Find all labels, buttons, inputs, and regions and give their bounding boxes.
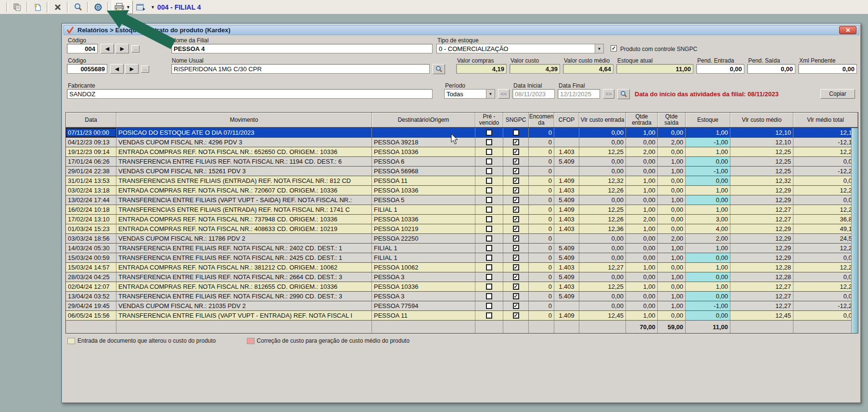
- cell-encomenda[interactable]: 0: [529, 292, 554, 301]
- cell-qtde-saida[interactable]: 1,00: [658, 157, 686, 167]
- cell-estoque[interactable]: 0,00: [686, 253, 730, 263]
- table-row[interactable]: 29/04/24 19:45VENDAS CUPOM FISCAL NR.: 2…: [66, 301, 858, 311]
- cell-pre-vencido[interactable]: [475, 292, 503, 301]
- cell-destinatario[interactable]: PESSOA 3: [372, 272, 475, 282]
- cell-cfop[interactable]: 5.409: [554, 272, 579, 282]
- cell-pre-vencido[interactable]: [475, 282, 503, 292]
- sngpc-checkbox[interactable]: [513, 139, 519, 145]
- cell-estoque[interactable]: 1,00: [686, 128, 730, 138]
- column-header-vlr-custo-entrada[interactable]: Vlr custo entrada: [579, 113, 626, 127]
- cell-destinatario[interactable]: [372, 128, 475, 138]
- cell-destinatario[interactable]: FILIAL 1: [372, 253, 475, 263]
- cell-cfop[interactable]: 5.409: [554, 253, 579, 263]
- cell-pre-vencido[interactable]: [475, 263, 503, 272]
- cell-vlr-medio-total[interactable]: 49,16: [793, 224, 858, 234]
- cell-destinatario[interactable]: FILIAL 1: [372, 205, 475, 215]
- cell-vlr-medio-total[interactable]: 36,81: [793, 215, 858, 224]
- data-final-input[interactable]: 12/12/2025: [558, 89, 600, 99]
- cell-vlr-medio-total[interactable]: 0,00: [793, 195, 858, 205]
- cell-estoque[interactable]: 0,00: [686, 311, 730, 321]
- cell-vlr-custo-medio[interactable]: 12,29: [730, 224, 793, 234]
- cell-estoque[interactable]: 1,00: [686, 205, 730, 215]
- cell-estoque[interactable]: 1,00: [686, 186, 730, 195]
- cell-vlr-custo-entrada[interactable]: 0,00: [579, 157, 626, 167]
- stock-type-select[interactable]: 0 - COMERCIALIZAÇÃO ▼: [436, 44, 604, 53]
- pre-vencido-checkbox[interactable]: [486, 264, 492, 270]
- cell-pre-vencido[interactable]: [475, 205, 503, 215]
- cell-qtde-entrada[interactable]: 0,00: [626, 157, 658, 167]
- cell-cfop[interactable]: 5.409: [554, 292, 579, 301]
- sngpc-checkbox[interactable]: [513, 158, 519, 165]
- cell-vlr-custo-entrada[interactable]: 0,00: [579, 195, 626, 205]
- table-row[interactable]: 04/12/23 09:13VENDAS CUPOM FISCAL NR.: 4…: [66, 138, 858, 147]
- cell-vlr-custo-entrada[interactable]: 0,00: [579, 128, 626, 138]
- cell-pre-vencido[interactable]: [475, 157, 503, 167]
- cell-pre-vencido[interactable]: [475, 272, 503, 282]
- cell-vlr-custo-medio[interactable]: 12,29: [730, 195, 793, 205]
- search-button[interactable]: [71, 1, 85, 13]
- cell-data[interactable]: 13/02/24 17:44: [66, 195, 116, 205]
- cell-destinatario[interactable]: PESSOA 10336: [372, 215, 475, 224]
- cell-movimento[interactable]: VENDAS CUPOM FISCAL NR.: 15261 PDV 3: [116, 167, 372, 176]
- cell-estoque[interactable]: 1,00: [686, 244, 730, 253]
- cell-vlr-medio-total[interactable]: 12,25: [793, 147, 858, 157]
- cell-pre-vencido[interactable]: [475, 224, 503, 234]
- sngpc-checkbox[interactable]: [513, 283, 519, 290]
- cell-destinatario[interactable]: PESSOA 5: [372, 195, 475, 205]
- cell-qtde-saida[interactable]: 0,00: [658, 128, 686, 138]
- cell-destinatario[interactable]: PESSOA 10219: [372, 224, 475, 234]
- cell-vlr-medio-total[interactable]: 12,28: [793, 263, 858, 272]
- cell-movimento[interactable]: TRANSFERENCIA ENTRE FILIAIS REF. NOTA FI…: [116, 244, 372, 253]
- product-browse-button[interactable]: ...: [141, 65, 149, 73]
- pre-vencido-checkbox[interactable]: [486, 216, 492, 222]
- sngpc-control-checkbox[interactable]: [611, 45, 617, 52]
- cell-movimento[interactable]: ENTRADA COMPRAS REF. NOTA FISCAL NR.: 81…: [116, 282, 372, 292]
- cell-vlr-custo-medio[interactable]: 12,27: [730, 205, 793, 215]
- table-row[interactable]: 13/02/24 17:44TRANSFERENCIA ENTRE FILIAI…: [66, 195, 858, 205]
- cell-movimento[interactable]: TRANSFERENCIAS ENTRE FILIAIS (ENTRADA) R…: [116, 176, 372, 186]
- cell-movimento[interactable]: ENTRADA COMPRAS REF. NOTA FISCAL NR.: 73…: [116, 215, 372, 224]
- cell-data[interactable]: 03/02/24 13:18: [66, 186, 116, 195]
- copiar-button[interactable]: Copiar: [820, 89, 855, 99]
- cell-vlr-custo-entrada[interactable]: 12,25: [579, 147, 626, 157]
- cell-estoque[interactable]: -1,00: [686, 301, 730, 311]
- cell-destinatario[interactable]: PESSOA 10336: [372, 147, 475, 157]
- period-next-button[interactable]: >>: [603, 89, 614, 99]
- cell-vlr-custo-medio[interactable]: 12,10: [730, 138, 793, 147]
- cell-movimento[interactable]: POSICAO DO ESTOQUE ATE O DIA 07/11/2023: [116, 128, 372, 138]
- cell-qtde-saida[interactable]: 2,00: [658, 138, 686, 147]
- report-grid-button[interactable]: [133, 1, 149, 13]
- column-header-qtde-saida[interactable]: Qtde saída: [658, 113, 686, 127]
- cell-destinatario[interactable]: PESSOA 10336: [372, 282, 475, 292]
- cell-estoque[interactable]: 0,00: [686, 292, 730, 301]
- cell-data[interactable]: 13/04/24 03:52: [66, 292, 116, 301]
- cell-data[interactable]: 04/12/23 09:13: [66, 138, 116, 147]
- cell-vlr-custo-medio[interactable]: 12,29: [730, 244, 793, 253]
- cell-estoque[interactable]: 1,00: [686, 147, 730, 157]
- cell-encomenda[interactable]: 0: [529, 167, 554, 176]
- pre-vencido-checkbox[interactable]: [486, 149, 492, 155]
- cell-encomenda[interactable]: 0: [529, 205, 554, 215]
- sngpc-checkbox[interactable]: [513, 206, 519, 213]
- cell-pre-vencido[interactable]: [475, 186, 503, 195]
- cell-data[interactable]: 07/11/23 00:00: [66, 128, 116, 138]
- cell-qtde-saida[interactable]: 0,00: [658, 215, 686, 224]
- cell-qtde-entrada[interactable]: 1,00: [626, 205, 658, 215]
- data-inicial-input[interactable]: 08/11/2023: [512, 89, 555, 99]
- cell-estoque[interactable]: 1,00: [686, 282, 730, 292]
- cell-vlr-medio-total[interactable]: 12,27: [793, 282, 858, 292]
- cell-pre-vencido[interactable]: [475, 215, 503, 224]
- cell-sngpc[interactable]: [503, 282, 529, 292]
- window-titlebar[interactable]: Relatórios > Estoque > Extrato do produt…: [64, 25, 859, 35]
- cell-qtde-entrada[interactable]: 1,00: [626, 128, 658, 138]
- cell-sngpc[interactable]: [503, 292, 529, 301]
- cell-vlr-custo-entrada[interactable]: 12,25: [579, 282, 626, 292]
- cell-cfop[interactable]: [554, 301, 579, 311]
- table-row[interactable]: 17/01/24 06:26TRANSFERENCIA ENTRE FILIAI…: [66, 157, 858, 167]
- pre-vencido-checkbox[interactable]: [486, 293, 492, 299]
- product-search-button[interactable]: [433, 64, 445, 74]
- pre-vencido-checkbox[interactable]: [486, 312, 492, 319]
- cell-sngpc[interactable]: [503, 157, 529, 167]
- column-header-data[interactable]: Data: [66, 113, 116, 127]
- column-header-pre-vencido[interactable]: Pré - vencido: [475, 113, 503, 127]
